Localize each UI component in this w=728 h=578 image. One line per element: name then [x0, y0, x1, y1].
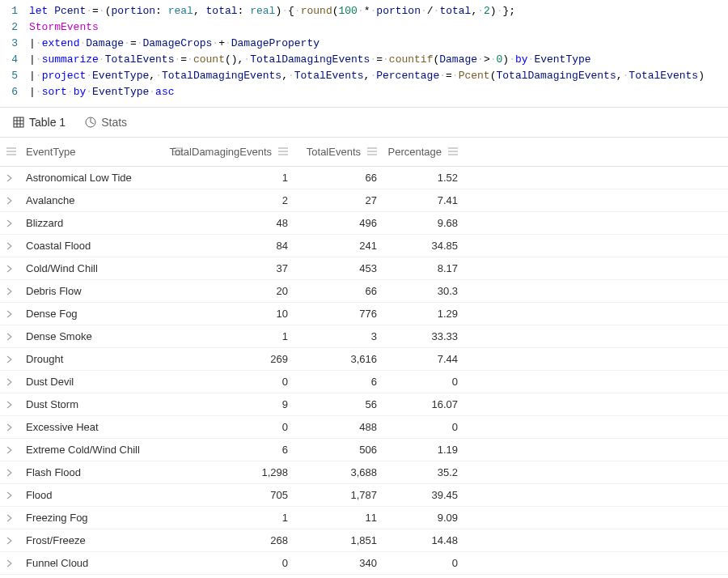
editor-line[interactable]: 3|·extend·Damage·=·DamageCrops·+·DamageP…: [0, 36, 728, 52]
cell-percentage: 34.85: [383, 235, 464, 257]
cell-totalevents: 506: [294, 439, 383, 461]
expand-row-toggle[interactable]: [0, 325, 19, 347]
table-row[interactable]: Flash Flood1,2983,68835.2: [0, 461, 728, 484]
table-row[interactable]: Blizzard484969.68: [0, 212, 728, 235]
cell-percentage: 1.29: [383, 303, 464, 325]
tab-stats[interactable]: Stats: [85, 116, 127, 129]
expand-row-toggle[interactable]: [0, 167, 19, 189]
cell-eventtype: Extreme Cold/Wind Chill: [19, 439, 189, 461]
cell-totaldamaging: 10: [189, 303, 294, 325]
table-row[interactable]: Hail1,13312,7118.91: [0, 575, 728, 578]
cell-totaldamaging: 1: [189, 167, 294, 189]
table-row[interactable]: Debris Flow206630.3: [0, 280, 728, 303]
expand-row-toggle[interactable]: [0, 371, 19, 393]
tab-table[interactable]: Table 1: [13, 116, 66, 129]
editor-line[interactable]: 4|·summarize·TotalEvents·=·count(),·Tota…: [0, 52, 728, 68]
cell-totalevents: 496: [294, 212, 383, 234]
cell-eventtype: Drought: [19, 348, 189, 370]
menu-icon[interactable]: [367, 146, 377, 158]
expand-row-toggle[interactable]: [0, 393, 19, 415]
cell-eventtype: Excessive Heat: [19, 416, 189, 438]
table-row[interactable]: Freezing Fog1119.09: [0, 507, 728, 529]
code-content[interactable]: |·sort·by·EventType·asc: [29, 84, 175, 100]
cell-totaldamaging: 0: [189, 552, 294, 574]
editor-line[interactable]: 1let Pcent·=·(portion: real, total: real…: [0, 3, 728, 19]
table-row[interactable]: Drought2693,6167.44: [0, 348, 728, 371]
menu-icon[interactable]: [6, 146, 16, 158]
cell-totalevents: 66: [294, 280, 383, 302]
code-content[interactable]: |·project·EventType,·TotalDamagingEvents…: [29, 68, 705, 84]
expand-row-toggle[interactable]: [0, 439, 19, 461]
expand-row-toggle[interactable]: [0, 575, 19, 578]
cell-totalevents: 6: [294, 371, 383, 393]
table-row[interactable]: Dense Fog107761.29: [0, 303, 728, 325]
table-row[interactable]: Frost/Freeze2681,85114.48: [0, 529, 728, 552]
cell-percentage: 9.68: [383, 212, 464, 234]
expand-row-toggle[interactable]: [0, 461, 19, 483]
cell-eventtype: Flash Flood: [19, 461, 189, 483]
cell-percentage: 0: [383, 552, 464, 574]
code-content[interactable]: let Pcent·=·(portion: real, total: real)…: [29, 3, 515, 19]
cell-eventtype: Blizzard: [19, 212, 189, 234]
expand-row-toggle[interactable]: [0, 552, 19, 574]
cell-totalevents: 3,616: [294, 348, 383, 370]
expand-row-toggle[interactable]: [0, 507, 19, 529]
cell-totaldamaging: 37: [189, 257, 294, 279]
header-percentage-label: Percentage: [388, 146, 442, 158]
cell-eventtype: Dense Smoke: [19, 325, 189, 347]
table-row[interactable]: Avalanche2277.41: [0, 189, 728, 212]
editor-line[interactable]: 5|·project·EventType,·TotalDamagingEvent…: [0, 68, 728, 84]
table-row[interactable]: Flood7051,78739.45: [0, 484, 728, 507]
cell-totaldamaging: 2: [189, 189, 294, 211]
cell-totalevents: 66: [294, 167, 383, 189]
header-expand-col: [0, 138, 19, 166]
expand-row-toggle[interactable]: [0, 303, 19, 325]
table-row[interactable]: Excessive Heat04880: [0, 416, 728, 439]
expand-row-toggle[interactable]: [0, 189, 19, 211]
cell-totaldamaging: 1: [189, 507, 294, 529]
cell-totaldamaging: 20: [189, 280, 294, 302]
header-totaldamaging[interactable]: TotalDamagingEvents: [189, 138, 294, 166]
editor-line[interactable]: 2StormEvents: [0, 19, 728, 36]
menu-icon[interactable]: [278, 146, 288, 158]
table-row[interactable]: Dense Smoke1333.33: [0, 325, 728, 348]
table-row[interactable]: Dust Storm95616.07: [0, 393, 728, 416]
expand-row-toggle[interactable]: [0, 235, 19, 257]
cell-totalevents: 340: [294, 552, 383, 574]
cell-percentage: 7.41: [383, 189, 464, 211]
cell-totaldamaging: 1: [189, 325, 294, 347]
cell-totalevents: 1,787: [294, 484, 383, 506]
table-row[interactable]: Astronomical Low Tide1661.52: [0, 167, 728, 189]
expand-row-toggle[interactable]: [0, 416, 19, 438]
table-row[interactable]: Dust Devil060: [0, 371, 728, 393]
header-totalevents[interactable]: TotalEvents: [294, 138, 383, 166]
editor-line[interactable]: 6|·sort·by·EventType·asc: [0, 84, 728, 100]
expand-row-toggle[interactable]: [0, 257, 19, 279]
table-row[interactable]: Coastal Flood8424134.85: [0, 235, 728, 257]
cell-totaldamaging: 268: [189, 529, 294, 551]
table-row[interactable]: Funnel Cloud03400: [0, 552, 728, 575]
header-percentage[interactable]: Percentage: [383, 138, 464, 166]
cell-eventtype: Dust Devil: [19, 371, 189, 393]
header-eventtype-label: EventType: [26, 146, 75, 158]
expand-row-toggle[interactable]: [0, 529, 19, 551]
cell-eventtype: Freezing Fog: [19, 507, 189, 529]
expand-row-toggle[interactable]: [0, 280, 19, 302]
grid-body: Astronomical Low Tide1661.52Avalanche227…: [0, 167, 728, 578]
expand-row-toggle[interactable]: [0, 212, 19, 234]
cell-totalevents: 241: [294, 235, 383, 257]
code-content[interactable]: |·extend·Damage·=·DamageCrops·+·DamagePr…: [29, 36, 320, 52]
code-content[interactable]: |·summarize·TotalEvents·=·count(),·Total…: [29, 52, 591, 68]
results-grid: EventType TotalDamagingEvents TotalEvent…: [0, 138, 728, 578]
menu-icon[interactable]: [448, 146, 458, 158]
table-row[interactable]: Extreme Cold/Wind Chill65061.19: [0, 439, 728, 461]
cell-totaldamaging: 48: [189, 212, 294, 234]
code-content[interactable]: StormEvents: [29, 19, 99, 36]
cell-eventtype: Hail: [19, 575, 189, 578]
expand-row-toggle[interactable]: [0, 348, 19, 370]
cell-totalevents: 453: [294, 257, 383, 279]
header-eventtype[interactable]: EventType: [19, 138, 189, 166]
query-editor[interactable]: 1let Pcent·=·(portion: real, total: real…: [0, 0, 728, 108]
table-row[interactable]: Cold/Wind Chill374538.17: [0, 257, 728, 280]
expand-row-toggle[interactable]: [0, 484, 19, 506]
